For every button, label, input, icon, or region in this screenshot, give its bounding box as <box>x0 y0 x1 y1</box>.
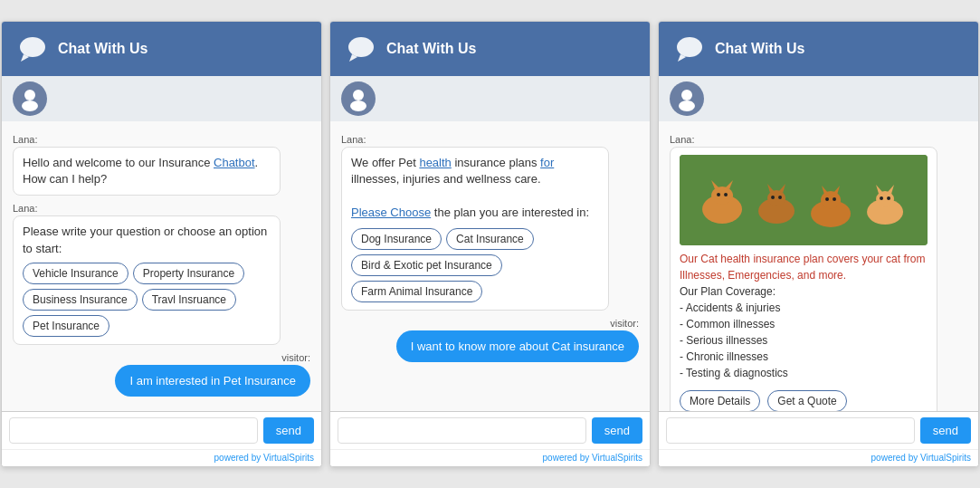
chat-icon-2 <box>345 33 377 65</box>
svg-point-29 <box>825 197 829 201</box>
svg-point-0 <box>20 37 45 57</box>
visitor-bubble-2: I want to know more about Cat insurance <box>396 330 639 362</box>
chat-input-area-3: send <box>659 411 978 449</box>
svg-point-4 <box>348 37 374 57</box>
chat-header-3: Chat With Us <box>659 22 978 76</box>
chat-widget-2: Chat With Us Lana: We offer Pet health i… <box>329 21 651 467</box>
svg-point-11 <box>679 100 695 111</box>
chat-body-1: Lana: Hello and welcome to our Insurance… <box>2 121 321 411</box>
chat-avatar-area-2 <box>330 76 650 121</box>
chat-avatar-area-1 <box>2 76 321 121</box>
svg-point-17 <box>717 193 720 196</box>
option-farm-animal[interactable]: Farm Animal Insurance <box>351 281 482 302</box>
send-button-1[interactable]: send <box>263 417 314 444</box>
link-for: for <box>540 156 554 169</box>
svg-point-2 <box>24 90 35 100</box>
visitor-row-2: visitor: I want to know more about Cat i… <box>341 318 639 362</box>
cat-image-inner <box>680 155 928 245</box>
chat-input-3[interactable] <box>666 417 915 444</box>
option-dog-insurance[interactable]: Dog Insurance <box>351 228 442 250</box>
option-more-details[interactable]: More Details <box>680 390 760 411</box>
link-choose: Please Choose <box>351 206 431 219</box>
sender-label-1b: Lana: <box>13 203 310 214</box>
chat-avatar-area-3 <box>659 76 978 121</box>
chat-title-3: Chat With Us <box>715 41 804 57</box>
svg-point-35 <box>880 196 883 200</box>
bot-bubble-1a: Hello and welcome to our Insurance Chatb… <box>13 147 281 196</box>
svg-point-23 <box>771 196 775 199</box>
visitor-label-1: visitor: <box>281 352 310 363</box>
cat-image <box>680 155 928 245</box>
coverage-options: More Details Get a Quote <box>680 390 928 411</box>
option-business[interactable]: Business Insurance <box>23 289 138 311</box>
send-button-2[interactable]: send <box>592 417 642 444</box>
powered-by-2: powered by VirtualSpirits <box>330 449 650 466</box>
sender-label-1a: Lana: <box>13 134 310 145</box>
avatar-2 <box>341 81 376 116</box>
svg-point-10 <box>681 90 692 100</box>
bot-text-1b: Please write your question or choose an … <box>23 225 267 254</box>
svg-point-6 <box>353 90 364 100</box>
option-bird-exotic[interactable]: Bird & Exotic pet Insurance <box>351 254 502 276</box>
svg-point-18 <box>724 193 728 196</box>
chat-input-2[interactable] <box>338 417 586 444</box>
chat-widget-3: Chat With Us Lana: <box>658 21 979 467</box>
chat-icon-1 <box>16 33 49 65</box>
option-vehicle[interactable]: Vehicle Insurance <box>23 263 128 284</box>
svg-point-7 <box>350 100 366 111</box>
avatar-1 <box>13 81 47 116</box>
svg-point-26 <box>821 191 841 209</box>
avatar-3 <box>670 81 704 116</box>
sender-label-2a: Lana: <box>341 134 639 145</box>
svg-point-8 <box>677 37 702 57</box>
visitor-row-1: visitor: I am interested in Pet Insuranc… <box>13 352 310 397</box>
option-cat-insurance[interactable]: Cat Insurance <box>446 228 534 250</box>
chat-icon-3 <box>673 33 706 65</box>
svg-point-14 <box>711 187 733 205</box>
chat-input-area-1: send <box>2 411 321 449</box>
svg-point-3 <box>22 100 38 111</box>
powered-by-1: powered by VirtualSpirits <box>2 449 321 466</box>
chat-widgets-container: Chat With Us Lana: Hello and welcome to … <box>0 12 980 476</box>
option-property[interactable]: Property Insurance <box>133 263 244 284</box>
options-1b: Vehicle Insurance Property Insurance Bus… <box>23 263 271 337</box>
chat-title-1: Chat With Us <box>58 41 147 57</box>
chat-header-1: Chat With Us <box>2 22 321 76</box>
link-chatbot: Chatbot <box>214 156 255 169</box>
bot-bubble-3a: Our Cat health insurance plan covers you… <box>670 147 937 411</box>
svg-point-36 <box>887 196 890 200</box>
option-travel[interactable]: Travl Insruance <box>142 289 236 311</box>
option-pet[interactable]: Pet Insurance <box>23 315 109 337</box>
svg-point-30 <box>833 197 836 201</box>
chat-widget-1: Chat With Us Lana: Hello and welcome to … <box>1 21 322 467</box>
bot-bubble-1b: Please write your question or choose an … <box>13 215 281 344</box>
chat-header-2: Chat With Us <box>330 22 650 76</box>
bot-bubble-2a: We offer Pet health insurance plans fori… <box>341 147 609 311</box>
chat-input-area-2: send <box>330 411 650 449</box>
sender-label-3a: Lana: <box>670 134 967 145</box>
visitor-label-2: visitor: <box>610 318 639 329</box>
powered-by-3: powered by VirtualSpirits <box>659 449 978 466</box>
svg-point-24 <box>778 196 782 199</box>
link-health: health <box>419 156 451 169</box>
chat-title-2: Chat With Us <box>386 41 476 57</box>
chat-body-3: Lana: <box>659 121 978 411</box>
coverage-text: Our Cat health insurance plan covers you… <box>680 251 928 381</box>
options-2a: Dog Insurance Cat Insurance Bird & Exoti… <box>351 228 599 302</box>
chat-body-2: Lana: We offer Pet health insurance plan… <box>330 121 650 411</box>
option-get-quote[interactable]: Get a Quote <box>767 390 846 411</box>
chat-input-1[interactable] <box>9 417 258 444</box>
send-button-3[interactable]: send <box>920 417 971 444</box>
visitor-bubble-1: I am interested in Pet Insurance <box>115 365 310 397</box>
